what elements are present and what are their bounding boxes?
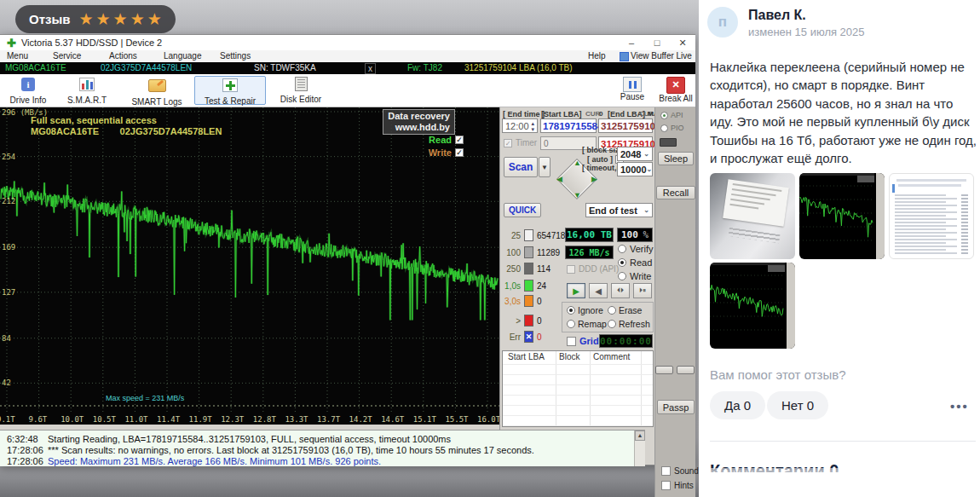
action-radio-label: Erase	[619, 305, 642, 315]
toolbar-button-smart-logs[interactable]: SMART Logs	[124, 76, 189, 105]
table-row-line	[503, 384, 653, 385]
legend-count: 24	[537, 281, 546, 291]
toolbar-button-s-m-a-r-t[interactable]: S.M.A.R.T	[56, 76, 118, 105]
back-button[interactable]: ◀	[589, 283, 608, 298]
mode-radio-write[interactable]: Write	[618, 271, 651, 281]
menu-item-menu[interactable]: Menu	[7, 51, 28, 61]
mini-button-left[interactable]	[655, 366, 673, 374]
action-radio-ignore[interactable]: Ignore	[567, 305, 603, 315]
thumbnail-scan-screenshot-1[interactable]	[799, 173, 885, 259]
end-lba-input[interactable]: 31251759103	[598, 118, 653, 133]
block-size-select[interactable]: 2048⌄	[617, 147, 653, 161]
end-of-test-select[interactable]: End of test⌄	[585, 203, 653, 217]
start-lba-input[interactable]: 17819715584	[540, 118, 597, 133]
max-speed-note: Max speed = 231 MB/s	[106, 394, 184, 402]
pio-radio[interactable]: PIO	[660, 124, 684, 132]
write-label: Write	[429, 147, 452, 158]
quick-button[interactable]: QUICK	[504, 203, 541, 217]
ddd-api-toggle[interactable]: DDD (API)	[567, 264, 619, 274]
read-toggle[interactable]: Read ✓	[429, 135, 464, 145]
nav-right-icon[interactable]: ▶	[591, 175, 597, 183]
helpful-no-button[interactable]: Нет 0	[767, 391, 828, 419]
write-checkbox[interactable]: ✓	[455, 148, 464, 157]
mini-dark-button[interactable]	[660, 138, 677, 147]
play-button[interactable]: ▶	[567, 283, 585, 298]
toolbar-button-disk-editor[interactable]: Disk Editor	[271, 76, 331, 105]
sound-checkbox[interactable]	[661, 466, 671, 476]
scan-button[interactable]: Scan	[504, 157, 538, 177]
menu-item-settings[interactable]: Settings	[220, 51, 251, 61]
device-serial-long: 02JG375D7A44578LEN	[101, 62, 192, 74]
table-row-line	[503, 415, 653, 416]
log-scrollbar[interactable]: ▲	[634, 431, 645, 466]
pause-button[interactable]: Pause	[615, 76, 649, 101]
spinner-arrows-icon[interactable]: ▴ ▾	[531, 120, 534, 132]
scan-dropdown-button[interactable]: ▼	[539, 157, 551, 177]
radio-icon[interactable]	[567, 320, 575, 328]
radio-icon[interactable]	[608, 306, 616, 315]
mode-radio-verify[interactable]: Verify	[618, 244, 654, 254]
break-all-icon: ✕	[666, 77, 685, 94]
nav-up-icon[interactable]: ▲	[574, 159, 581, 167]
action-radio-erase[interactable]: Erase	[608, 305, 642, 315]
nav-down-icon[interactable]: ▼	[574, 191, 581, 199]
review-text: Наклейка переклеена (серийный номер не с…	[710, 58, 977, 168]
action-radio-remap[interactable]: Remap	[567, 319, 607, 329]
skip-start-button[interactable]: ⏴⏵	[611, 283, 630, 298]
table-row-line	[503, 395, 653, 396]
radio-icon[interactable]	[567, 306, 575, 315]
hints-toggle[interactable]: Hints	[661, 481, 694, 490]
menu-item-help[interactable]: Help	[588, 51, 606, 61]
passp-button[interactable]: Passp	[657, 400, 695, 414]
menu-item-language[interactable]: Language	[164, 51, 202, 61]
x-tick-label: 11.0T	[124, 415, 147, 424]
hints-checkbox[interactable]	[661, 481, 671, 490]
timer-toggle[interactable]: ✓Timer	[504, 138, 537, 147]
break-all-button[interactable]: ✕ Break All	[658, 76, 694, 103]
toolbar-button-drive-info[interactable]: iDrive Info	[3, 76, 53, 105]
toolbar-button-label: S.M.A.R.T	[56, 95, 118, 105]
block-size-label: [ block size ]	[582, 146, 616, 154]
close-button[interactable]: ✕	[670, 36, 695, 49]
x-tick-label: 15.1T	[413, 415, 436, 424]
action-radio-refresh[interactable]: Refresh	[608, 319, 650, 329]
sleep-button[interactable]: Sleep	[658, 152, 694, 165]
thumbnail-hdd-label-photo[interactable]	[710, 173, 795, 259]
mini-button-right[interactable]	[677, 366, 695, 374]
radio-icon[interactable]	[618, 245, 626, 253]
radio-icon[interactable]	[618, 258, 626, 267]
thumbnail-scan-screenshot-2[interactable]	[710, 263, 795, 349]
timeout-select[interactable]: 10000⌄	[617, 162, 653, 176]
smart-row-value	[961, 215, 968, 217]
read-checkbox[interactable]: ✓	[455, 136, 464, 144]
legend-count: 0	[537, 332, 542, 342]
scroll-up-icon[interactable]: ▲	[635, 431, 645, 441]
radio-icon[interactable]	[608, 320, 616, 328]
start-lba-label: [Start LBA]	[541, 110, 582, 118]
menu-item-service[interactable]: Service	[53, 51, 81, 61]
toolbar-button-label: Disk Editor	[271, 95, 331, 104]
maximize-button[interactable]: □	[644, 36, 670, 49]
more-options-icon[interactable]: •••	[950, 399, 969, 413]
skip-end-button[interactable]: ⏵⏸	[633, 283, 652, 298]
toolbar-button-test-repair[interactable]: Test & Repair	[194, 76, 266, 105]
end-time-spinner[interactable]: 12:00▴ ▾	[502, 118, 538, 133]
thumbnail-smart-table[interactable]	[889, 173, 974, 259]
nav-left-icon[interactable]: ◀	[556, 175, 562, 183]
timer-checkbox[interactable]: ✓	[504, 139, 512, 147]
recall-button[interactable]: Recall	[656, 186, 695, 199]
minimize-button[interactable]: –	[619, 36, 644, 49]
grid-checkbox[interactable]	[567, 337, 576, 346]
api-radio[interactable]: API	[660, 111, 683, 119]
write-toggle[interactable]: Write ✓	[429, 147, 464, 158]
ddd-checkbox[interactable]	[567, 265, 575, 274]
menu-item-actions[interactable]: Actions	[109, 51, 137, 61]
radio-icon	[660, 124, 668, 132]
sound-toggle[interactable]: Sound	[661, 466, 699, 476]
menu-item-view-buffer-live[interactable]: View Buffer Live	[631, 51, 692, 61]
helpful-yes-button[interactable]: Да 0	[710, 391, 765, 419]
grid-toggle[interactable]: Grid	[567, 336, 599, 346]
x-tick-label: 13.3T	[285, 415, 308, 424]
mode-radio-read[interactable]: Read	[618, 257, 652, 268]
radio-icon[interactable]	[618, 272, 626, 280]
